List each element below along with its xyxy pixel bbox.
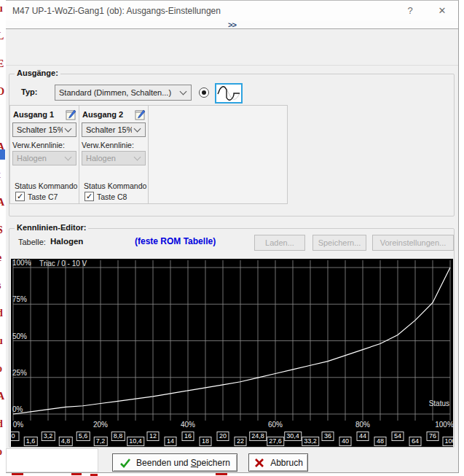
status-kommando-label: Status Kommando <box>84 182 146 190</box>
curve-point-button[interactable]: 27,6 <box>267 437 284 446</box>
x-axis-tick: 80% <box>355 421 370 429</box>
chevron-down-icon <box>134 125 141 133</box>
x-axis-tick: 20% <box>93 421 108 429</box>
curve-point-button[interactable]: 40 <box>339 437 352 446</box>
ausgaenge-groupbox: Ausgänge: Typ: Standard (Dimmen, Schalte… <box>9 74 455 216</box>
titlebar[interactable]: M47 UP-1-WoZi-Gang1 (ob): Ausgangs-Einst… <box>6 1 458 20</box>
curve-point-button[interactable]: 0 <box>11 432 20 441</box>
curve-point-button[interactable]: 44 <box>357 432 369 441</box>
background-artifact: D <box>0 86 4 98</box>
ausgaenge-legend: Ausgänge: <box>15 69 60 77</box>
kennlinie-label: Verw.Kennlinie: <box>12 141 65 149</box>
background-artifact <box>6 448 98 472</box>
curve-point-button[interactable]: 8,8 <box>111 432 125 441</box>
curve-point-button[interactable]: 30,4 <box>284 432 302 441</box>
taste-c8-checkbox[interactable]: ✓ <box>84 192 94 201</box>
curve-point-button[interactable]: 54 <box>392 432 404 441</box>
background-artifact: d <box>0 418 3 430</box>
speichern-button[interactable]: Speichern... <box>312 235 366 251</box>
kennlinie-label: Verw.Kennlinie: <box>82 141 134 149</box>
typ-select-value: Standard (Dimmen, Schalten...) <box>55 88 178 97</box>
rom-table-note: (feste ROM Tabelle) <box>135 236 216 246</box>
ausgang-2-column: Ausgang 2 Schalter 15% Verw.Kennlinie: <box>79 106 149 203</box>
chevron-down-icon <box>134 154 141 161</box>
curve-point-button[interactable]: 20 <box>217 432 229 441</box>
curve-point-button[interactable]: 1,6 <box>24 437 38 446</box>
ausgang-2-title: Ausgang 2 <box>82 110 123 119</box>
typ-radio-selected[interactable] <box>199 87 209 98</box>
x-axis-tick: 0% <box>13 421 23 429</box>
taste-c8-label: Taste C8 <box>97 192 127 201</box>
ausgang-1-column: Ausgang 1 Schalter 15% Verw.Kennlinie: <box>10 106 79 203</box>
y-axis-tick: 50% <box>12 332 27 340</box>
cancel-button[interactable]: Abbruch <box>248 453 308 472</box>
table-row: Tabelle: Halogen (feste ROM Tabelle) Lad… <box>9 233 454 252</box>
ausgang-2-mode-select[interactable]: Schalter 15% <box>82 122 146 137</box>
edit-icon[interactable] <box>135 109 146 120</box>
typ-row: Typ: Standard (Dimmen, Schalten...) <box>18 83 448 104</box>
x-axis-tick: 60% <box>268 421 283 429</box>
curve-point-button[interactable]: 24,8 <box>249 432 267 441</box>
ausgang-2-mode-value: Schalter 15% <box>82 125 132 134</box>
kennlinie-chart[interactable]: 0%25%50%75%100% Triac / 0 - 10 V 0%20%40… <box>11 259 453 447</box>
curve-point-button[interactable]: 22 <box>235 437 247 446</box>
background-artifact: L <box>0 31 4 42</box>
ausgang-1-kennlinie-value: Halogen <box>13 154 63 163</box>
edit-icon[interactable] <box>66 109 76 120</box>
curve-point-button[interactable]: 18 <box>200 437 212 446</box>
ausgang-1-title: Ausgang 1 <box>13 110 54 119</box>
chevron-down-icon <box>65 154 72 161</box>
tabelle-value: Halogen <box>50 237 83 246</box>
check-icon <box>119 458 131 468</box>
close-icon[interactable]: ✕ <box>426 1 458 20</box>
laden-button[interactable]: Laden... <box>254 235 305 251</box>
y-axis-tick: 100% <box>12 259 31 267</box>
y-axis-tick: 75% <box>12 295 27 303</box>
ausgang-1-mode-select[interactable]: Schalter 15% <box>12 122 76 137</box>
y-axis-tick: 0% <box>12 405 23 413</box>
curve-point-button[interactable]: 12 <box>147 432 160 441</box>
background-artifact: o <box>0 446 2 458</box>
curve-point-button[interactable]: 14 <box>165 437 177 446</box>
curve-point-button[interactable]: 76 <box>427 432 439 441</box>
voreinstellungen-button[interactable]: Voreinstellungen... <box>372 235 454 251</box>
curve-point-button[interactable]: 16 <box>182 432 194 441</box>
taste-c7-checkbox[interactable]: ✓ <box>15 192 25 201</box>
save-and-exit-button[interactable]: Beenden und Speichern <box>112 453 237 472</box>
x-axis-tick: 100% <box>435 421 453 429</box>
x-axis-tick: 40% <box>181 421 195 429</box>
curve-point-button[interactable]: 48 <box>374 437 387 446</box>
cross-icon <box>253 458 265 468</box>
phase-cut-waveform-button[interactable] <box>215 83 243 104</box>
curve-point-button[interactable]: 33,2 <box>302 437 319 446</box>
background-artifact: o <box>0 363 2 375</box>
curve-point-button[interactable]: 5,6 <box>76 432 90 441</box>
chart-annotation: Triac / 0 - 10 V <box>39 260 87 268</box>
taste-c7-label: Taste C7 <box>28 192 58 201</box>
curve-point-button[interactable]: 100 <box>442 437 453 446</box>
empty-panel <box>6 30 458 66</box>
chevron-down-icon <box>180 88 187 95</box>
curve-point-button[interactable]: 36 <box>322 432 334 441</box>
screen: uLEDiAtASesduoAdo M47 UP-1-WoZi-Gang1 (o… <box>0 0 464 476</box>
curve-plot <box>11 259 453 447</box>
curve-point-button[interactable]: 4,8 <box>59 437 73 446</box>
background-artifact <box>12 473 23 475</box>
outputs-panel: Ausgang 1 Schalter 15% Verw.Kennlinie: <box>9 105 288 204</box>
y-axis-tick: 25% <box>12 369 27 377</box>
curve-point-button[interactable]: 64 <box>409 437 422 446</box>
window-title: M47 UP-1-WoZi-Gang1 (ob): Ausgangs-Einst… <box>6 6 221 16</box>
curve-point-button[interactable]: 10,4 <box>127 437 144 446</box>
background-artifact: S <box>0 225 3 236</box>
waveform-icon <box>217 85 240 102</box>
curve-point-button[interactable]: 7,2 <box>94 437 108 446</box>
curve-point-button[interactable]: 3,2 <box>42 432 55 441</box>
dialog-window: M47 UP-1-WoZi-Gang1 (ob): Ausgangs-Einst… <box>6 0 459 473</box>
tabelle-label: Tabelle: <box>18 238 46 246</box>
ausgang-1-mode-value: Schalter 15% <box>13 125 63 134</box>
expander-button[interactable]: >> <box>228 21 236 28</box>
save-button-label: Beenden und Speichern <box>136 458 230 468</box>
typ-select[interactable]: Standard (Dimmen, Schalten...) <box>55 85 192 101</box>
status-kommando-label: Status Kommando <box>15 182 77 190</box>
help-button[interactable]: ? <box>394 1 426 20</box>
